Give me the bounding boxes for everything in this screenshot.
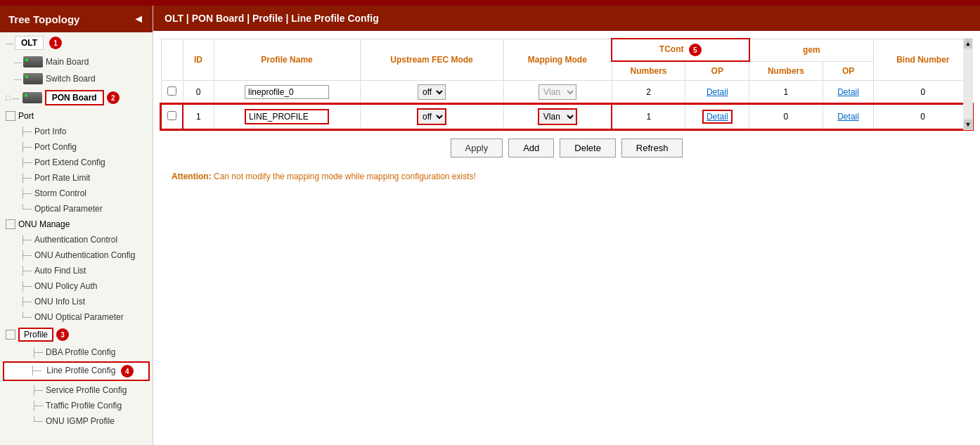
row1-mapping-mode: Vlan GEM TCI — [503, 104, 612, 129]
sidebar-item-pon-board[interactable]: □ — PON Board 2 — [0, 87, 153, 108]
col-header-gem-op: OP — [823, 61, 873, 81]
add-button[interactable]: Add — [508, 138, 554, 157]
port-checkbox[interactable] — [6, 111, 15, 121]
sidebar-item-main-board[interactable]: — Main Board — [0, 53, 153, 70]
row1-mapping-mode-select[interactable]: Vlan GEM TCI — [538, 108, 577, 125]
sidebar-item-onu-igmp-profile[interactable]: └─ONU IGMP Profile — [0, 413, 153, 429]
sidebar-item-onu-optical-param[interactable]: └─ONU Optical Parameter — [0, 309, 153, 325]
sidebar-header: Tree Topology ◄ — [0, 6, 153, 32]
sidebar-item-traffic-profile[interactable]: ├─Traffic Profile Config — [0, 398, 153, 413]
row0-profile-name — [214, 81, 360, 105]
row1-id: 1 — [183, 104, 214, 129]
row1-bind-number: 0 — [874, 104, 972, 129]
row0-tcont-op: Detail — [685, 81, 749, 105]
table-row: 0 off on — [161, 81, 972, 105]
onu-section-label: ONU Manage — [18, 219, 70, 229]
row0-mapping-mode-select[interactable]: Vlan GEM TCI — [539, 84, 576, 100]
sidebar-item-service-profile[interactable]: ├─Service Profile Config — [0, 382, 153, 398]
delete-button[interactable]: Delete — [560, 138, 616, 157]
nav-group-profile[interactable]: Profile 3 — [0, 325, 153, 344]
sidebar-item-storm-control[interactable]: ├─Storm Control — [0, 186, 153, 201]
row1-profile-name — [214, 104, 360, 129]
row0-id: 0 — [183, 81, 214, 105]
refresh-button[interactable]: Refresh — [621, 138, 683, 157]
row0-upstream-fec-select[interactable]: off on — [418, 84, 446, 100]
col-header-upstream-fec: Upstream FEC Mode — [360, 39, 503, 81]
sidebar-item-port-info[interactable]: ├─Port Info — [0, 124, 153, 139]
col-header-bind-number: Bind Number — [874, 39, 972, 81]
sidebar-content: — OLT 1 — Main Board — Switch Board — [0, 32, 153, 445]
content-area: ID Profile Name Upstream FEC Mode Mappin… — [153, 31, 980, 445]
line-profile-table: ID Profile Name Upstream FEC Mode Mappin… — [160, 38, 973, 130]
sidebar-item-onu-auth-config[interactable]: ├─ONU Authentication Config — [0, 247, 153, 263]
row1-gem-op: Detail — [823, 104, 873, 129]
nav-group-port[interactable]: Port — [0, 108, 153, 124]
row0-checkbox[interactable] — [167, 86, 176, 96]
row0-tcont-detail-link[interactable]: Detail — [707, 87, 728, 97]
row0-gem-detail-link[interactable]: Detail — [837, 87, 859, 97]
table-row: 1 off on — [161, 104, 972, 129]
sidebar-item-auth-control[interactable]: ├─Authentication Control — [0, 232, 153, 247]
row1-gem-detail-link[interactable]: Detail — [837, 112, 859, 122]
scroll-arrow-up[interactable]: ▲ — [964, 39, 972, 49]
sidebar-item-port-rate-limit[interactable]: ├─Port Rate Limit — [0, 170, 153, 186]
line-profile-badge: 4 — [121, 365, 134, 378]
apply-button[interactable]: Apply — [451, 138, 503, 157]
sidebar-item-port-extend-config[interactable]: ├─Port Extend Config — [0, 155, 153, 170]
app-container: Tree Topology ◄ — OLT 1 — Main Board — [0, 0, 980, 445]
table-wrapper: ID Profile Name Upstream FEC Mode Mappin… — [153, 31, 980, 194]
main-layout: Tree Topology ◄ — OLT 1 — Main Board — [0, 6, 980, 445]
switch-board-label: Switch Board — [46, 74, 96, 84]
row0-profile-name-input[interactable] — [245, 85, 329, 99]
row1-checkbox[interactable] — [167, 111, 176, 120]
table-scrollbar: ▲ ▼ — [963, 38, 973, 130]
olt-label: OLT — [15, 36, 44, 50]
sidebar-item-auto-find-list[interactable]: ├─Auto Find List — [0, 263, 153, 278]
sidebar-item-port-config[interactable]: ├─Port Config — [0, 139, 153, 155]
pon-board-label: PON Board — [45, 90, 104, 105]
row1-gem-numbers: 0 — [749, 104, 823, 129]
row1-upstream-fec-select[interactable]: off on — [417, 108, 446, 125]
col-header-select — [161, 39, 183, 81]
row1-tcont-detail-link[interactable]: Detail — [702, 110, 733, 124]
main-board-label: Main Board — [46, 57, 89, 67]
profile-checkbox[interactable] — [6, 330, 15, 340]
profile-section-label: Profile — [18, 328, 53, 342]
row1-upstream-fec: off on — [360, 104, 503, 129]
sidebar-item-onu-info-list[interactable]: ├─ONU Info List — [0, 294, 153, 309]
action-buttons: Apply Add Delete Refresh — [160, 130, 973, 166]
table-scroll-container: ID Profile Name Upstream FEC Mode Mappin… — [160, 38, 973, 130]
onu-checkbox[interactable] — [6, 219, 15, 229]
pon-board-icon — [22, 92, 42, 103]
nav-group-onu[interactable]: ONU Manage — [0, 217, 153, 232]
sidebar-item-optical-parameter[interactable]: └─Optical Parameter — [0, 201, 153, 217]
olt-badge: 1 — [49, 37, 62, 49]
row0-gem-numbers: 1 — [749, 81, 823, 105]
row1-tcont-op: Detail 5 — [685, 104, 749, 129]
row1-checkbox-cell — [161, 104, 183, 129]
tcont-badge: 5 — [689, 44, 702, 56]
row0-bind-number: 0 — [874, 81, 972, 105]
sidebar-title: Tree Topology — [8, 13, 79, 25]
col-header-mapping-mode: Mapping Mode — [503, 39, 612, 81]
row0-tcont-numbers: 2 — [612, 81, 685, 105]
switch-board-icon — [23, 73, 43, 84]
row1-profile-name-input[interactable] — [245, 109, 329, 124]
col-header-tcont-numbers: Numbers — [612, 61, 685, 81]
sidebar-item-onu-policy-auth[interactable]: ├─ONU Policy Auth — [0, 278, 153, 294]
sidebar-item-line-profile-config[interactable]: ├─ Line Profile Config 4 — [3, 361, 150, 381]
scroll-arrow-down[interactable]: ▼ — [964, 120, 972, 129]
attention-message: Attention: Can not modify the mapping mo… — [160, 166, 973, 187]
sidebar-item-switch-board[interactable]: — Switch Board — [0, 70, 153, 87]
pon-badge: 2 — [107, 91, 120, 104]
main-content: OLT | PON Board | Profile | Line Profile… — [153, 6, 980, 445]
col-header-profile-name: Profile Name — [214, 39, 360, 81]
port-section-label: Port — [18, 111, 34, 121]
row0-gem-op: Detail — [823, 81, 873, 105]
sidebar-toggle-icon[interactable]: ◄ — [133, 13, 144, 25]
breadcrumb: OLT | PON Board | Profile | Line Profile… — [153, 6, 980, 31]
col-header-gem-numbers: Numbers — [749, 61, 823, 81]
sidebar-item-dba-profile[interactable]: ├─DBA Profile Config — [0, 344, 153, 360]
main-board-icon — [23, 56, 43, 67]
sidebar-item-olt[interactable]: — OLT 1 — [0, 32, 153, 53]
